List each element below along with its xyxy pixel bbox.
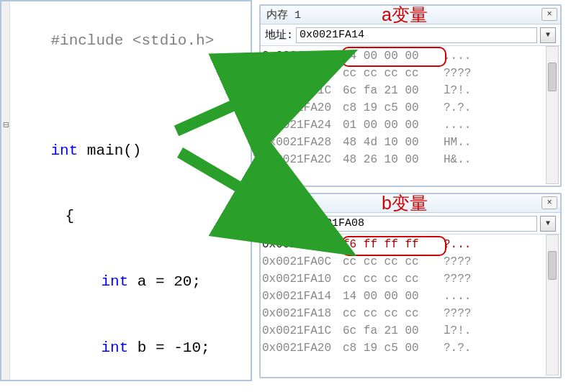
memory2-scrollbar[interactable] xyxy=(546,234,559,375)
decl-a: a = 20; xyxy=(128,273,201,290)
chevron-down-icon: ▼ xyxy=(546,219,550,227)
keyword-int: int xyxy=(101,273,128,290)
decl-b: b = -10; xyxy=(128,339,210,356)
code-line-blank xyxy=(1,74,251,96)
memory1-title: 内存 1 xyxy=(266,8,301,22)
memory-row: 0x0021FA2C48 26 10 00H&.. xyxy=(262,151,556,168)
memory1-scrollbar[interactable] xyxy=(546,46,559,184)
close-icon[interactable]: × xyxy=(541,196,557,209)
memory1-address-row: 地址: ▼ xyxy=(261,24,560,46)
scrollbar-thumb[interactable] xyxy=(548,251,557,280)
editor-gutter xyxy=(1,1,10,380)
code-line-return: return 0; xyxy=(1,380,251,392)
code-editor-pane: #include <stdio.h> ⊟ int main() { int a … xyxy=(0,0,252,381)
memory-row: 0x0021FA2848 4d 10 00HM.. xyxy=(262,134,556,151)
memory-row: 0x0021FA1C6c fa 21 00l?!. xyxy=(262,322,556,339)
memory-row: 0x0021FA18cc cc cc cc???? xyxy=(262,305,556,322)
address-label: 地址: xyxy=(265,216,293,230)
keyword-int: int xyxy=(101,339,128,356)
memory-row: 0x0021FA1C6c fa 21 00l?!. xyxy=(262,82,556,99)
memory1-body: 0x0021FA1414 00 00 00.... 0x0021FA18cc c… xyxy=(261,46,560,170)
memory-row: 0x0021FA10cc cc cc cc???? xyxy=(262,270,556,288)
address-label: 地址: xyxy=(265,28,293,42)
keyword-int: int xyxy=(50,142,78,159)
code-line-include: #include <stdio.h> xyxy=(1,9,251,74)
memory-row: 0x0021FA0Ccc cc cc cc???? xyxy=(262,253,556,270)
label-b-variable: b变量 xyxy=(382,191,428,215)
open-brace: { xyxy=(65,208,74,224)
dropdown-icon[interactable]: ▼ xyxy=(540,216,556,232)
memory2-address-input[interactable] xyxy=(296,216,537,232)
code-line-main: ⊟ int main() xyxy=(1,96,251,184)
scrollbar-thumb[interactable] xyxy=(548,63,557,91)
memory-row: 0x0021FA20c8 19 c5 00?.?. xyxy=(262,339,556,357)
close-icon[interactable]: × xyxy=(541,8,557,21)
code-line-open-brace: { xyxy=(1,184,251,250)
main-signature: main() xyxy=(78,142,141,159)
chevron-down-icon: ▼ xyxy=(546,31,550,39)
code-line-a: int a = 20; xyxy=(1,250,251,315)
memory-window-2: 内存 2 × 地址: ▼ 0x0021FA08f6 ff ff ff?... 0… xyxy=(259,193,562,378)
memory-row: 0x0021FA1414 00 00 00.... xyxy=(262,47,556,65)
collapse-icon[interactable]: ⊟ xyxy=(3,118,9,132)
memory-row: 0x0021FA20c8 19 c5 00?.?. xyxy=(262,99,556,117)
memory-window-1: 内存 1 × 地址: ▼ 0x0021FA1414 00 00 00.... 0… xyxy=(259,4,562,187)
memory-row: 0x0021FA18cc cc cc cc???? xyxy=(262,65,556,82)
memory2-address-row: 地址: ▼ xyxy=(261,213,560,234)
code-line-b: int b = -10; xyxy=(1,315,251,380)
memory2-body: 0x0021FA08f6 ff ff ff?... 0x0021FA0Ccc c… xyxy=(261,234,560,358)
memory-row: 0x0021FA08f6 ff ff ff?... xyxy=(262,236,556,253)
dropdown-icon[interactable]: ▼ xyxy=(540,27,556,43)
memory2-title: 内存 2 xyxy=(266,196,301,210)
memory-row: 0x0021FA2401 00 00 00.... xyxy=(262,117,556,134)
label-a-variable: a变量 xyxy=(382,3,428,27)
preprocessor-directive: #include <stdio.h> xyxy=(50,32,214,49)
memory1-address-input[interactable] xyxy=(296,27,537,43)
memory-row: 0x0021FA1414 00 00 00.... xyxy=(262,288,556,305)
